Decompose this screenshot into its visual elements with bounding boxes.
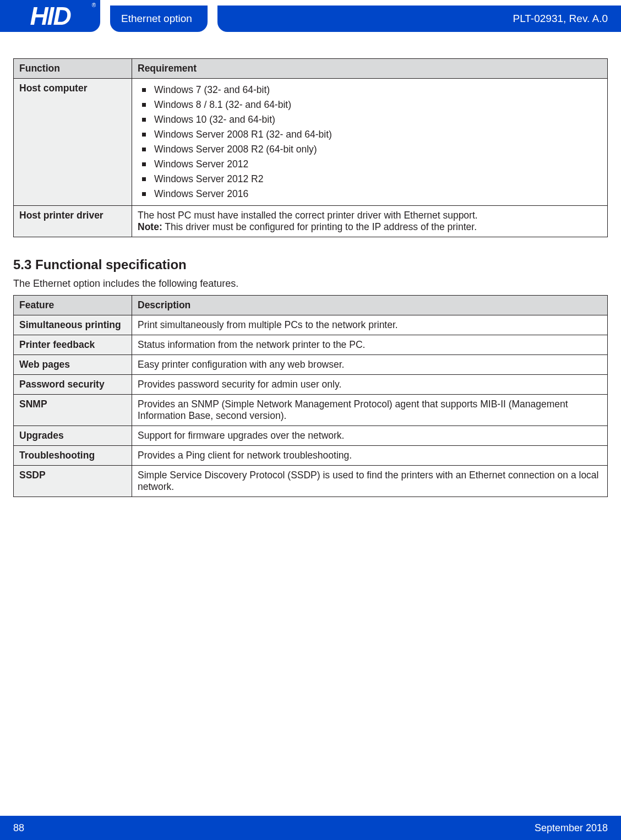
table-row: Host printer driver The host PC must hav… — [14, 206, 608, 237]
footer-date: September 2018 — [535, 822, 608, 834]
list-item: Windows 10 (32- and 64-bit) — [154, 112, 602, 127]
row-value: Print simultaneously from multiple PCs t… — [132, 315, 608, 335]
logo-box: HID ® — [0, 0, 100, 32]
row-value: Easy printer configuration with any web … — [132, 355, 608, 375]
table-row: Password securityProvides password secur… — [14, 375, 608, 395]
section-heading: 5.3 Functional specification — [13, 257, 608, 272]
page-header: HID ® Ethernet option PLT-02931, Rev. A.… — [0, 0, 621, 32]
header-revision: PLT-02931, Rev. A.0 — [513, 13, 608, 25]
table-row: UpgradesSupport for firmware upgrades ov… — [14, 426, 608, 446]
row-value: Provides a Ping client for network troub… — [132, 446, 608, 466]
list-item: Windows 8 / 8.1 (32- and 64-bit) — [154, 97, 602, 112]
table-header-feature: Feature — [14, 296, 132, 315]
registered-icon: ® — [92, 2, 96, 8]
row-label: SNMP — [14, 395, 132, 426]
logo-text: HID — [30, 1, 70, 31]
row-label: Simultaneous printing — [14, 315, 132, 335]
table-row: Web pagesEasy printer configuration with… — [14, 355, 608, 375]
table-row: SNMPProvides an SNMP (Simple Network Man… — [14, 395, 608, 426]
row-label: Host computer — [14, 79, 132, 206]
row-label: Password security — [14, 375, 132, 395]
row-value: Windows 7 (32- and 64-bit) Windows 8 / 8… — [132, 79, 608, 206]
row-label: Web pages — [14, 355, 132, 375]
row-value: Simple Service Discovery Protocol (SSDP)… — [132, 466, 608, 497]
list-item: Windows Server 2012 R2 — [154, 172, 602, 187]
list-item: Windows Server 2012 — [154, 157, 602, 172]
row-value: The host PC must have installed the corr… — [132, 206, 608, 237]
note-text: This driver must be configured for print… — [162, 221, 477, 232]
list-item: Windows Server 2016 — [154, 187, 602, 201]
table-header-requirement: Requirement — [132, 59, 608, 79]
driver-note: Note: This driver must be configured for… — [138, 221, 602, 233]
row-label: SSDP — [14, 466, 132, 497]
features-table: Feature Description Simultaneous printin… — [13, 295, 608, 497]
requirements-table: Function Requirement Host computer Windo… — [13, 58, 608, 237]
header-title: Ethernet option — [121, 13, 192, 25]
section-intro: The Ethernet option includes the followi… — [13, 278, 608, 290]
header-title-box: Ethernet option — [110, 6, 208, 32]
list-item: Windows Server 2008 R1 (32- and 64-bit) — [154, 127, 602, 142]
list-item: Windows Server 2008 R2 (64-bit only) — [154, 142, 602, 157]
table-row: Simultaneous printingPrint simultaneousl… — [14, 315, 608, 335]
table-row: SSDPSimple Service Discovery Protocol (S… — [14, 466, 608, 497]
row-value: Status information from the network prin… — [132, 335, 608, 355]
row-value: Provides an SNMP (Simple Network Managem… — [132, 395, 608, 426]
row-value: Provides password security for admin use… — [132, 375, 608, 395]
row-label: Upgrades — [14, 426, 132, 446]
page-number: 88 — [13, 822, 24, 834]
list-item: Windows 7 (32- and 64-bit) — [154, 83, 602, 97]
table-header-description: Description — [132, 296, 608, 315]
table-row: Host computer Windows 7 (32- and 64-bit)… — [14, 79, 608, 206]
table-row: TroubleshootingProvides a Ping client fo… — [14, 446, 608, 466]
table-header-function: Function — [14, 59, 132, 79]
page-footer: 88 September 2018 — [0, 816, 621, 840]
driver-text: The host PC must have installed the corr… — [138, 210, 602, 221]
requirement-list: Windows 7 (32- and 64-bit) Windows 8 / 8… — [138, 83, 602, 201]
row-label: Host printer driver — [14, 206, 132, 237]
row-value: Support for firmware upgrades over the n… — [132, 426, 608, 446]
page-content: Function Requirement Host computer Windo… — [0, 32, 621, 497]
table-row: Printer feedbackStatus information from … — [14, 335, 608, 355]
row-label: Printer feedback — [14, 335, 132, 355]
header-rev-box: PLT-02931, Rev. A.0 — [217, 6, 621, 32]
row-label: Troubleshooting — [14, 446, 132, 466]
note-label: Note: — [138, 221, 162, 232]
